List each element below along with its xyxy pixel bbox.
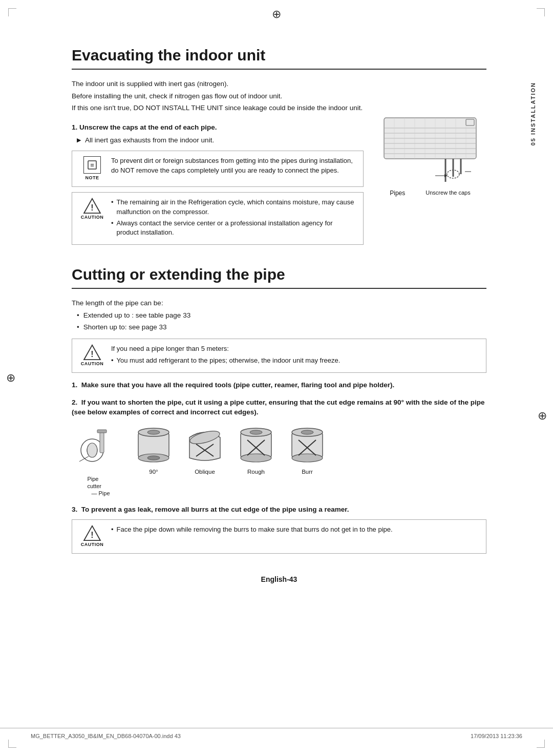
svg-point-51 xyxy=(292,454,323,462)
cutting-step1: 1. Make sure that you have all the requi… xyxy=(72,380,486,390)
evacuating-two-col: 1. Unscrew the caps at the end of each p… xyxy=(72,115,486,250)
svg-text:!: ! xyxy=(91,350,93,359)
note-text: To prevent dirt or foreign substances fr… xyxy=(111,156,356,176)
right-compass-icon: ⊕ xyxy=(538,408,547,424)
diagram-rough: Rough xyxy=(233,425,279,476)
svg-rect-32 xyxy=(97,430,107,433)
evacuating-section: Evacuating the indoor unit The indoor un… xyxy=(72,46,486,250)
indoor-unit-diagram xyxy=(379,115,481,187)
evacuating-right: Pipes Unscrew the caps xyxy=(374,115,486,250)
intro-text-3: If this one isn't true, DO NOT INSTALL T… xyxy=(72,103,486,113)
note-icon-area: ≡ NOTE xyxy=(79,156,105,181)
page-number: English-43 xyxy=(72,574,486,584)
arrow-item: All inert gas exhausts from the indoor u… xyxy=(77,135,364,145)
cutting-step3: 3. To prevent a gas leak, remove all bur… xyxy=(72,505,486,515)
caution-icon-area-3: ! CAUTION xyxy=(79,525,105,548)
note-icon: ≡ xyxy=(83,156,101,174)
evacuating-left: 1. Unscrew the caps at the end of each p… xyxy=(72,115,364,250)
note-box: ≡ NOTE To prevent dirt or foreign substa… xyxy=(72,151,364,187)
svg-text:≡: ≡ xyxy=(90,161,94,169)
svg-text:!: ! xyxy=(91,531,93,539)
diagram-label-pipes: Pipes xyxy=(390,189,405,198)
left-compass-icon: ⊕ xyxy=(6,370,15,386)
pipe-diagrams-row: Pipecutter — Pipe xyxy=(72,425,486,497)
diagram-label-unscrew: Unscrew the caps xyxy=(426,189,470,198)
caution-final-item: Face the pipe down while removing the bu… xyxy=(111,525,479,535)
footer-right: 17/09/2013 11:23:36 xyxy=(471,732,522,741)
caution-label-1: CAUTION xyxy=(81,214,104,221)
svg-point-38 xyxy=(147,430,160,434)
cutting-step2: 2. If you want to shorten the pipe, cut … xyxy=(72,397,486,417)
svg-text:!: ! xyxy=(91,203,93,212)
caution-triangle-icon-2: ! xyxy=(83,344,101,361)
corner-mark-tl xyxy=(8,8,16,16)
diagram-oblique-label: Oblique xyxy=(195,468,215,476)
note-label: NOTE xyxy=(85,175,99,181)
svg-point-39 xyxy=(147,456,160,460)
caution-label-3: CAUTION xyxy=(81,541,104,548)
caution-cutting-item: You must add refrigerant to the pipes; o… xyxy=(111,356,479,366)
sidebar-label: 05 INSTALLATION xyxy=(529,82,538,145)
corner-mark-tr xyxy=(537,8,545,16)
intro-text-2: Before installing the unit, check if nit… xyxy=(72,91,486,101)
cutting-intro: The length of the pipe can be: xyxy=(72,298,486,308)
caution-item2: Always contact the service center or a p… xyxy=(111,219,356,238)
caution-triangle-icon-3: ! xyxy=(83,525,101,541)
diagram-pipe-cutter: Pipecutter — Pipe xyxy=(72,425,125,497)
page-footer: MG_BETTER_A3050_IB&IM_EN_DB68-04070A-00.… xyxy=(0,728,553,741)
svg-point-52 xyxy=(301,430,313,434)
diagram-90-label: 90° xyxy=(149,468,158,476)
corner-mark-bl xyxy=(8,740,16,748)
diagram-caption: Pipes Unscrew the caps xyxy=(390,189,470,198)
svg-point-33 xyxy=(87,443,97,457)
caution-box-1: ! CAUTION The remaining air in the Refri… xyxy=(72,192,364,245)
caution-icon-area-1: ! CAUTION xyxy=(79,198,105,221)
svg-point-45 xyxy=(241,454,271,462)
diagram-rough-label: Rough xyxy=(247,468,265,476)
caution-label-2: CAUTION xyxy=(81,361,104,367)
cutting-section: Cutting or extending the pipe The length… xyxy=(72,265,486,554)
diagram-burr: Burr xyxy=(284,425,330,476)
section-title-evacuating: Evacuating the indoor unit xyxy=(72,46,486,70)
caution-box-3: ! CAUTION Face the pipe down while remov… xyxy=(72,519,486,554)
diagram-burr-label: Burr xyxy=(302,468,313,476)
cutting-bullet1: Extended up to : see table page 33 xyxy=(77,310,486,321)
caution-icon-area-2: ! CAUTION xyxy=(79,344,105,367)
caution-final-text: Face the pipe down while removing the bu… xyxy=(111,525,479,536)
caution-items-1: The remaining air in the Refrigeration c… xyxy=(111,198,356,239)
caution-intro-text: If you need a pipe longer than 5 meters: xyxy=(111,344,479,354)
cutting-caution-text: If you need a pipe longer than 5 meters:… xyxy=(111,344,479,367)
corner-mark-br xyxy=(537,740,545,748)
section-title-cutting: Cutting or extending the pipe xyxy=(72,265,486,289)
caution-box-2: ! CAUTION If you need a pipe longer than… xyxy=(72,339,486,373)
caution-item1: The remaining air in the Refrigeration c… xyxy=(111,198,356,217)
diagram-90deg: 90° xyxy=(131,425,177,476)
footer-left: MG_BETTER_A3050_IB&IM_EN_DB68-04070A-00.… xyxy=(31,732,181,741)
cutting-bullet2: Shorten up to: see page 33 xyxy=(77,322,486,332)
intro-text-1: The indoor unit is supplied with inert g… xyxy=(72,79,486,89)
pipe-label: — Pipe xyxy=(91,490,110,496)
step1-header: 1. Unscrew the caps at the end of each p… xyxy=(72,122,364,133)
caution-triangle-icon-1: ! xyxy=(83,198,101,214)
pipe-cutter-label: Pipecutter xyxy=(87,476,101,489)
svg-point-46 xyxy=(250,430,262,434)
diagram-oblique: Oblique xyxy=(182,425,228,476)
svg-rect-31 xyxy=(100,432,104,453)
